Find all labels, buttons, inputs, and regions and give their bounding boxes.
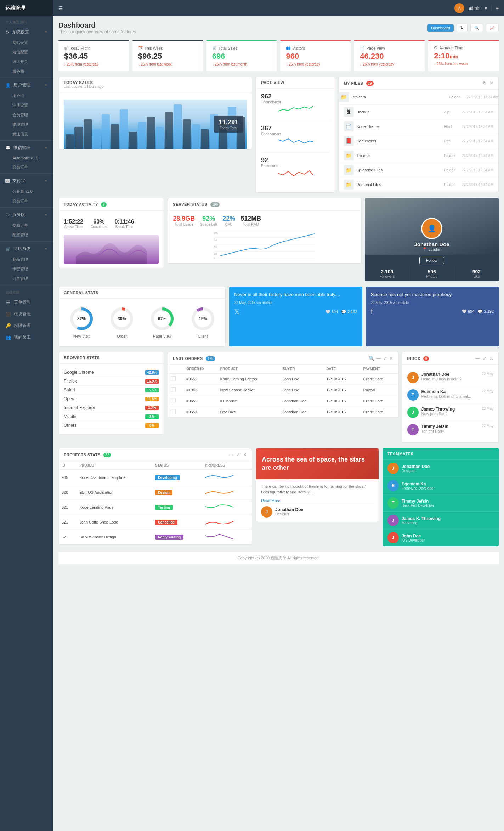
caret-down-icon[interactable]: ▾ [485,5,487,11]
general-stats-card: GENERAL STATS 82% New Vi [58,287,226,346]
activity-header: TODAY ACTIVITY 9 [59,198,164,211]
sidebar-group-system[interactable]: ⚙系统设置 ▼ [0,26,53,38]
follow-button[interactable]: Follow [419,257,444,264]
search-btn[interactable]: 🔍 [470,24,483,32]
donut-label-0: New Visit [69,334,94,338]
list-icon[interactable]: ≡ [496,5,499,11]
hamburger-icon[interactable]: ☰ [58,5,63,11]
sidebar-item-regsettings[interactable]: 注册设置 [0,101,53,110]
browser-pct-5: 3% [145,414,159,419]
total-value: 11.291 [219,119,238,126]
teammate-role-0: Designer [402,469,430,473]
file-icon-6: 📁 [344,180,354,190]
sidebar-group-service[interactable]: 🛡服务版 ▼ [0,209,53,221]
sidebar-item-service[interactable]: 服务商 [0,67,53,76]
sidebar-item-sendmsg[interactable]: 发送信息 [0,129,53,139]
blog-author-role: Designer [275,512,303,516]
inbox-item-0[interactable]: J Jonathan Doe Hello, m8 how is goin ? 2… [407,369,493,386]
sidebar-item-sms[interactable]: 短信配置 [0,47,53,57]
browser-stats-card: BROWSER STATS Google Chrome 42.8% Firefo… [58,352,164,435]
projects-badge: 32 [103,453,111,457]
sidebar-item-perm-mgmt[interactable]: 🔑 权限管理 [0,320,53,332]
order-checkbox-3[interactable] [171,409,176,414]
sidebar-group-shop[interactable]: 🛒商店系统 ▼ [0,243,53,255]
sidebar-item-products[interactable]: 商品管理 [0,255,53,264]
twitter-comments: 💬 2.192 [341,310,357,314]
sidebar-item-menu-mgmt[interactable]: ☰ 菜单管理 [0,296,53,308]
file-icon-5: 📁 [344,165,354,175]
blog-header: Across the sea of space, the stars are o… [256,448,379,479]
sidebar-item-service-orders[interactable]: 交易订单 [0,221,53,230]
page-view-header: PAGE VIEW [256,77,335,89]
minimize-orders-icon[interactable]: — [376,356,381,361]
sidebar-item-automatic[interactable]: Automatic v1.0 [0,154,53,162]
projects-header-row: ID PROJECT STATUS PROGRESS [59,461,252,470]
search-orders-icon[interactable]: 🔍 [369,356,374,361]
completed-value: 60% [90,219,107,225]
sidebar-item-usergroup[interactable]: 用户组 [0,91,53,101]
order-product-2: IO Mouse [217,396,279,407]
minimize-projects-icon[interactable]: — [229,452,233,457]
file-icon-2: 📄 [344,121,354,131]
sidebar-item-withdraw[interactable]: 提现管理 [0,120,53,129]
order-checkbox-1[interactable] [171,387,176,392]
order-date-1: 12/10/2015 [323,385,360,396]
donut-svg-1: 30% [109,306,134,331]
sidebar-item-members[interactable]: 会员管理 [0,110,53,120]
close-orders-icon[interactable]: ✕ [389,356,393,361]
order-checkbox-2[interactable] [171,398,176,403]
photos-value: 596 [411,269,452,275]
proj-progress-4 [202,530,252,544]
refresh-btn[interactable]: ↻ [457,24,468,32]
expand-orders-icon[interactable]: ⤢ [383,356,387,361]
avgtime-label: ⏱Avarage Time [434,46,493,50]
order-checkbox-0[interactable] [171,376,176,381]
today-sales-body: 11.291 Today Total [59,92,252,149]
sidebar-item-my-staff[interactable]: 👥 我的员工 [0,332,53,343]
dashboard-btn[interactable]: Dashboard [427,24,454,32]
refresh-files-icon[interactable]: ↻ [483,80,487,86]
close-inbox-icon[interactable]: ✕ [489,356,493,361]
file-type-0: Folder [449,95,466,99]
proj-status-3: Cancelled [152,515,202,530]
inbox-body: J Jonathan Doe Hello, m8 how is goin ? 2… [402,365,498,442]
srv-val-1: 92% [200,215,217,222]
sidebar-item-wechat-orders[interactable]: 交易订单 [0,162,53,172]
sidebar-item-module-mgmt[interactable]: ⬛ 模块管理 [0,308,53,320]
expand-inbox-icon[interactable]: ⤢ [483,356,487,361]
sidebar-item-shop-orders[interactable]: 订单管理 [0,274,53,283]
chart-btn[interactable]: 📈 [486,24,499,32]
donut-label-3: Client [191,334,215,338]
bar-3 [84,119,92,149]
inbox-item-3[interactable]: T Timmy Jefsin Tonight Party 22 May [407,421,493,438]
facebook-card: Science has not yet mastered prophecy. 2… [366,287,499,346]
close-files-icon[interactable]: ✕ [489,80,493,86]
sidebar-item-public-v1[interactable]: 公开版 v1.0 [0,187,53,196]
inbox-item-1[interactable]: E Egemem Ka Problems look mighty smal...… [407,386,493,404]
sidebar-item-cards[interactable]: 卡密管理 [0,264,53,274]
sidebar-item-website[interactable]: 网站设置 [0,38,53,47]
close-projects-icon[interactable]: ✕ [243,452,247,457]
sidebar-group-wechat[interactable]: 💬微信管理 ▼ [0,142,53,154]
sidebar-item-channel[interactable]: 通道开关 [0,57,53,67]
pv-value-0: 962 [261,93,330,100]
teammate-role-2: Back-End Developer [402,504,434,508]
inbox-item-2[interactable]: J James Throwing New job offer ? 22 May [407,404,493,421]
sidebar-item-alipay-orders[interactable]: 交易订单 [0,196,53,206]
sidebar-group-users[interactable]: 👤用户管理 ▼ [0,79,53,91]
proj-name-1: EBI IOS Application [77,485,152,500]
file-type-6: Folder [444,182,461,187]
order-payment-2: Credit Card [361,396,398,407]
file-type-4: Folder [444,153,461,158]
sidebar-group-alipay[interactable]: 🅰支付宝 ▼ [0,175,53,187]
profile-bg: 👤 Jonathan Doe 📍 London [365,198,499,255]
read-more-link[interactable]: Read More [261,498,280,503]
my-files-card: MY FILES 29 ↻ ✕ 📁 Projects [339,77,499,192]
project-row-2: 621 Kode Landing Page Testing [59,500,252,515]
active-time-value: 1:52:22 [64,219,83,225]
minimize-inbox-icon[interactable]: — [475,356,480,361]
sales-change: ↓ 26% from last month [212,62,271,66]
inbox-card: INBOX 9 — ⤢ ✕ J [402,352,499,443]
expand-projects-icon[interactable]: ⤢ [236,452,240,457]
sidebar-item-config[interactable]: 配置管理 [0,230,53,240]
